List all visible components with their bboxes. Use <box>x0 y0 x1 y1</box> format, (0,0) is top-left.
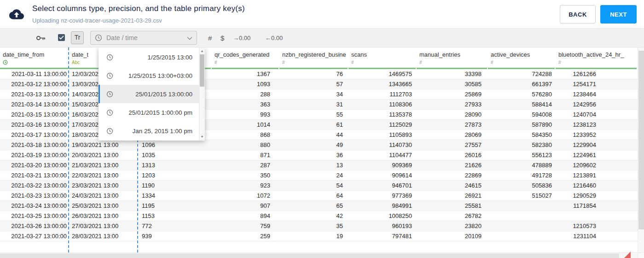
table-cell: 21626 <box>417 160 488 170</box>
popup-scrollbar-thumb[interactable] <box>200 54 204 87</box>
type-dropdown-value: Date / time <box>106 31 138 44</box>
column-type-toolbar: Tr Date / time # $ →0.00 ←0.00 <box>0 29 644 47</box>
table-cell: 1229904 <box>556 140 638 150</box>
table-cell: 1238123 <box>556 120 638 129</box>
table-cell: 2021-03-15 13:00:00 <box>0 110 69 119</box>
table-cell: 24/03/2021 13:00 <box>69 191 138 200</box>
decrease-decimal-button[interactable]: ←0.00 <box>265 29 283 47</box>
table-cell: 61 <box>279 120 348 129</box>
horizontal-scrollbar[interactable] <box>0 252 638 258</box>
primary-key-icon[interactable] <box>36 35 46 43</box>
table-row: 2021-03-16 13:00:0017/03/2021 13:0010146… <box>0 120 638 130</box>
table-cell: 1096 <box>138 140 212 150</box>
column-header-manual_entries[interactable]: manual_entries# <box>417 47 488 69</box>
table-cell: 907 <box>212 201 279 211</box>
table-cell: 1072 <box>212 191 279 200</box>
clock-icon <box>106 128 113 135</box>
table-cell: 797481 <box>348 231 417 241</box>
page-title: Select columns type, precision, and the … <box>32 4 245 13</box>
table-cell: 27933 <box>417 100 488 109</box>
table-cell: 1203 <box>138 170 212 180</box>
table-cell: 44 <box>279 130 348 140</box>
column-type-indicator: # <box>419 60 488 65</box>
date-format-option[interactable]: 1/25/2015 13:00+03:00 <box>99 66 199 85</box>
column-header-scans[interactable]: scans# <box>348 47 417 69</box>
date-format-label: Jan 25, 2015 1:00 pm <box>118 128 192 135</box>
table-row: 2021-03-17 13:00:0018/03/2021 13:0086844… <box>0 130 638 140</box>
table-cell: 25869 <box>417 89 488 99</box>
column-type-indicator <box>3 60 69 65</box>
clock-icon <box>106 91 113 98</box>
table-cell: 2021-03-26 13:00:00 <box>0 221 69 231</box>
horizontal-scrollbar-thumb[interactable] <box>0 253 619 258</box>
text-type-button[interactable]: Tr <box>71 31 84 44</box>
table-cell: 19/03/2021 13:00 <box>69 140 138 150</box>
date-format-label: 25/01/2015 13:00:00 <box>118 91 192 98</box>
next-button[interactable]: NEXT <box>600 5 637 23</box>
column-header-bluetooth_active_24_hr_[interactable]: bluetooth_active_24_hr_# <box>556 47 638 69</box>
date-format-option[interactable]: 25/01/2015 1:00:00 pm <box>99 103 199 122</box>
table-cell: 2021-03-19 13:00:00 <box>0 150 69 160</box>
type-dropdown[interactable]: Date / time <box>90 31 197 45</box>
table-cell: 1254171 <box>556 79 638 89</box>
table-row: 2021-03-20 13:00:0021/03/2021 13:0013132… <box>0 160 638 170</box>
table-row: 2021-03-24 13:00:0025/03/2021 13:0011959… <box>0 201 638 211</box>
table-cell: 1104477 <box>348 150 417 160</box>
popup-scrollbar[interactable]: ▲ ▼ <box>199 47 205 141</box>
table-row: 2021-03-13 13:00:0014/03/2021 13:0028834… <box>0 89 638 100</box>
date-format-option[interactable]: Jan 25, 2015 1:00 pm <box>99 122 199 140</box>
increase-decimal-button[interactable]: →0.00 <box>233 29 250 47</box>
table-cell: 57 <box>279 79 348 89</box>
column-header-active_devices[interactable]: active_devices# <box>488 47 556 69</box>
table-cell: 24 <box>279 170 348 180</box>
date-format-label: 25/01/2015 1:00:00 pm <box>118 109 192 116</box>
table-cell: 1108306 <box>348 100 417 109</box>
table-cell: 871 <box>212 150 279 160</box>
table-cell: 20/03/2021 13:00 <box>69 150 138 160</box>
vertical-scrollbar[interactable] <box>638 47 644 252</box>
column-name: nzbn_registered_busine <box>282 51 348 58</box>
table-cell: 22869 <box>417 170 488 180</box>
table-cell: 1367 <box>212 69 279 79</box>
table-cell: 594008 <box>488 110 556 119</box>
number-type-button[interactable]: # <box>208 29 212 47</box>
column-type-indicator: # <box>491 60 556 65</box>
table-cell: 1313 <box>138 160 212 170</box>
table-cell: 1153 <box>138 211 212 221</box>
scroll-up-arrow-icon[interactable]: ▲ <box>199 48 205 54</box>
table-cell: 2021-03-23 13:00:00 <box>0 191 69 200</box>
table-cell: 26921 <box>417 191 488 200</box>
table-cell: 26/03/2021 13:00 <box>69 211 138 221</box>
column-name: active_devices <box>491 51 556 58</box>
table-cell: 1125029 <box>348 120 417 129</box>
table-cell: 1171854 <box>556 201 638 211</box>
date-format-option[interactable]: 25/01/2015 13:00:00 <box>99 85 199 103</box>
vertical-scrollbar-thumb[interactable] <box>638 51 644 229</box>
table-cell: 1242956 <box>556 100 638 109</box>
table-cell: 28090 <box>417 110 488 119</box>
table-cell: 55 <box>279 110 348 119</box>
table-cell: 1112703 <box>348 89 417 99</box>
back-button[interactable]: BACK <box>560 5 596 23</box>
table-row: 2021-03-12 13:00:0013/03/2021 13:0010935… <box>0 79 638 89</box>
table-cell: 1210573 <box>556 221 638 231</box>
column-header-qr_codes_generated[interactable]: qr_codes_generated# <box>212 47 279 69</box>
column-type-indicator: # <box>558 60 638 65</box>
include-column-checkbox[interactable] <box>58 34 65 41</box>
table-cell: 350 <box>212 170 279 180</box>
table-cell: 21/03/2021 13:00 <box>69 160 138 170</box>
table-cell: 582380 <box>488 140 556 150</box>
table-cell: 1290529 <box>556 191 638 200</box>
table-cell: 993 <box>212 110 279 119</box>
scroll-down-arrow-icon[interactable]: ▼ <box>199 134 205 140</box>
date-format-option[interactable]: 1/25/2015 13:00 <box>99 48 199 66</box>
table-cell: 363 <box>212 100 279 109</box>
table-row: 2021-03-14 13:00:0015/03/2021 13:0036331… <box>0 100 638 110</box>
currency-type-button[interactable]: $ <box>220 29 224 47</box>
table-cell: 960193 <box>348 221 417 231</box>
column-header-date_time_from[interactable]: date_time_from <box>0 47 69 69</box>
table-cell: 26782 <box>417 211 488 221</box>
table-cell: 28069 <box>417 130 488 140</box>
grid-header-row: date_time_from date_tAbcqr_codes_generat… <box>0 47 638 69</box>
column-header-nzbn_registered_busine[interactable]: nzbn_registered_busine# <box>279 47 348 69</box>
